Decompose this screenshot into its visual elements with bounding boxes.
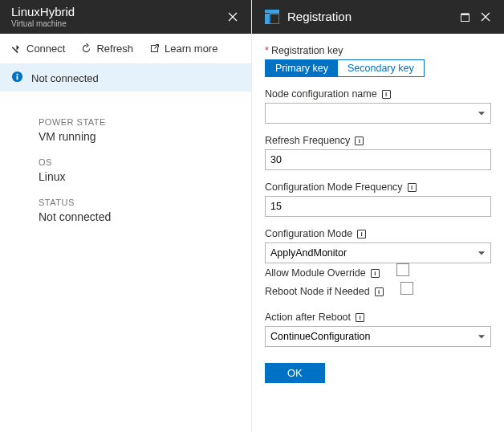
vm-panel: LinuxHybrid Virtual machine Connect Refr… [0, 0, 252, 432]
vm-toolbar: Connect Refresh Learn more [0, 34, 251, 64]
primary-key-tab[interactable]: Primary key [266, 60, 338, 76]
refresh-button[interactable]: Refresh [76, 39, 138, 58]
info-icon[interactable]: i [408, 183, 417, 192]
info-icon[interactable]: i [356, 313, 364, 322]
info-icon[interactable]: i [382, 90, 391, 99]
info-icon [11, 71, 23, 85]
svg-rect-1 [17, 76, 18, 80]
registration-title: Registration [287, 10, 454, 24]
info-icon[interactable]: i [355, 137, 364, 145]
vm-title: LinuxHybrid [11, 6, 222, 19]
registration-title-block: Registration [287, 10, 454, 24]
node-config-select[interactable] [265, 103, 491, 124]
config-mode-frequency-input[interactable] [265, 196, 491, 217]
vm-header-title-block: LinuxHybrid Virtual machine [11, 6, 222, 28]
os-label: OS [39, 157, 240, 167]
close-icon[interactable] [222, 6, 243, 27]
connect-label: Connect [26, 43, 65, 55]
vm-subtitle: Virtual machine [11, 19, 222, 28]
registration-header: Registration [252, 0, 504, 34]
refresh-label: Refresh [96, 43, 133, 55]
svg-rect-3 [265, 10, 279, 13]
registration-icon [263, 8, 281, 26]
action-after-reboot-select[interactable]: ContinueConfiguration [265, 326, 491, 347]
registration-panel: Registration * Registration key Primary … [252, 0, 504, 432]
svg-rect-6 [461, 14, 469, 21]
config-mode-label: Configuration Mode i [265, 228, 491, 239]
registration-form: * Registration key Primary key Secondary… [252, 34, 504, 394]
status-value: Not connected [39, 210, 240, 223]
close-icon[interactable] [475, 6, 496, 27]
reboot-node-label: Reboot Node if Needed i [265, 286, 384, 297]
reboot-node-checkbox[interactable] [400, 282, 413, 295]
os-value: Linux [39, 170, 240, 183]
maximize-icon[interactable] [454, 6, 475, 27]
registration-key-toggle: Primary key Secondary key [265, 59, 425, 77]
node-config-label: Node configuration name i [265, 88, 491, 100]
info-icon[interactable]: i [357, 230, 366, 238]
learn-more-button[interactable]: Learn more [144, 39, 222, 58]
vm-details: POWER STATE VM running OS Linux STATUS N… [0, 92, 251, 234]
info-icon[interactable]: i [371, 269, 380, 278]
allow-override-label: Allow Module Override i [265, 267, 380, 279]
status-bar-text: Not connected [31, 72, 99, 84]
info-icon[interactable]: i [375, 287, 384, 296]
learn-more-label: Learn more [165, 43, 217, 55]
refresh-frequency-label: Refresh Frequency i [265, 135, 491, 146]
config-mode-select[interactable]: ApplyAndMonitor [265, 242, 491, 263]
refresh-frequency-input[interactable] [265, 149, 491, 170]
connect-button[interactable]: Connect [6, 39, 70, 58]
svg-rect-7 [461, 13, 469, 14]
status-bar: Not connected [0, 64, 251, 92]
required-star: * [265, 45, 269, 56]
status-label: STATUS [39, 198, 240, 207]
vm-header: LinuxHybrid Virtual machine [0, 0, 251, 34]
secondary-key-tab[interactable]: Secondary key [338, 60, 424, 76]
registration-key-label: * Registration key [265, 45, 491, 56]
ok-button[interactable]: OK [265, 363, 325, 383]
svg-rect-2 [17, 74, 18, 75]
svg-rect-5 [270, 14, 279, 24]
power-state-label: POWER STATE [39, 117, 240, 127]
svg-rect-4 [265, 14, 269, 24]
config-mode-frequency-label: Configuration Mode Frequency i [265, 181, 491, 193]
power-state-value: VM running [39, 130, 240, 143]
action-after-reboot-label: Action after Reboot i [265, 312, 491, 323]
allow-override-checkbox[interactable] [396, 263, 409, 276]
